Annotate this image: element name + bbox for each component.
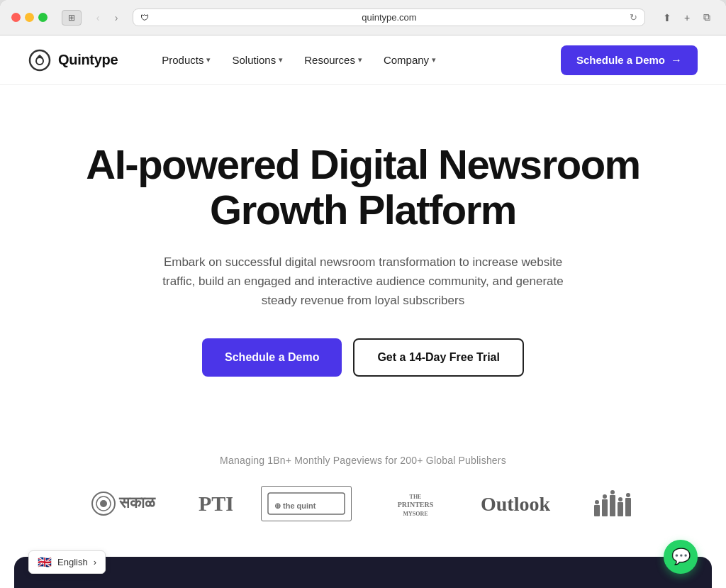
quint-logo-svg: ⊕ the quint xyxy=(267,489,345,518)
logo-link[interactable]: Quintype xyxy=(28,49,118,72)
hero-free-trial-button[interactable]: Get a 14-Day Free Trial xyxy=(353,338,524,377)
nav-links: Products ▾ Solutions ▾ Resources ▾ Compa… xyxy=(153,48,561,72)
new-tab-button[interactable]: + xyxy=(679,10,695,26)
chevron-down-icon: ▾ xyxy=(432,55,436,65)
chevron-down-icon: ▾ xyxy=(279,55,283,65)
svg-point-1 xyxy=(37,58,43,64)
page-content: Quintype Products ▾ Solutions ▾ Resource… xyxy=(0,35,726,588)
svg-point-21 xyxy=(618,497,622,501)
svg-text:MYSORE: MYSORE xyxy=(403,511,428,517)
sakal-logo: सकाळ xyxy=(91,489,169,518)
social-proof-section: Managing 1Bn+ Monthly Pageviews for 200+… xyxy=(0,419,726,543)
outlook-logo-svg: Outlook xyxy=(479,489,564,518)
chevron-right-icon: › xyxy=(94,557,96,567)
security-icon: 🛡 xyxy=(140,13,149,23)
navbar: Quintype Products ▾ Solutions ▾ Resource… xyxy=(0,35,726,85)
reload-icon[interactable]: ↻ xyxy=(630,12,637,23)
share-button[interactable]: ⬆ xyxy=(659,10,675,26)
nav-products-label: Products xyxy=(162,54,203,66)
svg-point-22 xyxy=(626,493,630,497)
chevron-down-icon: ▾ xyxy=(358,55,362,65)
hero-buttons: Schedule a Demo Get a 14-Day Free Trial xyxy=(72,338,654,377)
nav-item-resources[interactable]: Resources ▾ xyxy=(296,48,371,72)
svg-rect-15 xyxy=(610,495,615,516)
svg-point-4 xyxy=(100,500,107,507)
svg-text:THE: THE xyxy=(410,494,422,500)
svg-text:⊕ the quint: ⊕ the quint xyxy=(274,501,316,510)
logo-text: Quintype xyxy=(58,52,118,68)
language-selector[interactable]: 🇬🇧 English › xyxy=(28,550,106,574)
whatsapp-icon: 💬 xyxy=(671,548,691,566)
printers-logo-svg: THE PRINTERS MYSORE xyxy=(380,489,451,518)
nav-arrows: ‹ › xyxy=(90,10,124,26)
nav-item-solutions[interactable]: Solutions ▾ xyxy=(223,48,291,72)
svg-rect-16 xyxy=(618,502,623,516)
pti-logo-svg: PTI xyxy=(197,489,233,518)
hero-schedule-demo-button[interactable]: Schedule a Demo xyxy=(202,338,342,377)
hero-subtitle: Embark on successful digital newsroom tr… xyxy=(150,253,576,311)
svg-rect-14 xyxy=(602,499,608,516)
chart-publisher-logo xyxy=(593,489,635,518)
nav-item-company[interactable]: Company ▾ xyxy=(375,48,445,72)
quintype-logo-icon xyxy=(28,49,51,72)
back-button[interactable]: ‹ xyxy=(90,10,106,26)
hero-title-line2: Growth Platform xyxy=(210,187,516,233)
svg-point-18 xyxy=(595,500,599,504)
chevron-down-icon: ▾ xyxy=(206,55,211,65)
sakal-logo-svg: सकाळ xyxy=(91,489,169,518)
arrow-right-icon: → xyxy=(671,54,682,67)
svg-point-19 xyxy=(603,494,607,499)
social-proof-text: Managing 1Bn+ Monthly Pageviews for 200+… xyxy=(28,455,698,466)
sidebar-toggle-button[interactable]: ⊞ xyxy=(62,10,82,26)
flag-icon: 🇬🇧 xyxy=(38,555,52,569)
svg-text:PTI: PTI xyxy=(199,492,233,515)
hero-section: AI-powered Digital Newsroom Growth Platf… xyxy=(44,85,682,419)
traffic-lights xyxy=(11,13,48,22)
printers-mysore-logo: THE PRINTERS MYSORE xyxy=(380,489,451,518)
svg-text:PRINTERS: PRINTERS xyxy=(398,501,434,509)
minimize-button[interactable] xyxy=(25,13,34,22)
pti-logo: PTI xyxy=(197,489,233,518)
svg-rect-13 xyxy=(594,505,600,516)
browser-controls: ⊞ xyxy=(62,10,82,26)
browser-window: ⊞ ‹ › 🛡 ↻ ⬆ + ⧉ Quintype xyxy=(0,0,726,588)
title-bar: ⊞ ‹ › 🛡 ↻ ⬆ + ⧉ xyxy=(0,0,726,35)
address-bar-container: 🛡 ↻ xyxy=(133,9,645,26)
chart-logo-svg xyxy=(593,489,635,518)
nav-resources-label: Resources xyxy=(304,54,355,66)
close-button[interactable] xyxy=(11,13,21,22)
dark-section: 00+ Publishers Trust Quintype xyxy=(14,557,712,588)
forward-button[interactable]: › xyxy=(108,10,124,26)
nav-schedule-demo-button[interactable]: Schedule a Demo → xyxy=(561,45,698,75)
whatsapp-button[interactable]: 💬 xyxy=(664,540,698,574)
outlook-logo: Outlook xyxy=(479,489,564,518)
svg-rect-17 xyxy=(625,498,631,516)
hero-title-line1: AI-powered Digital Newsroom xyxy=(86,141,640,187)
browser-actions: ⬆ + ⧉ xyxy=(659,10,715,26)
svg-text:Outlook: Outlook xyxy=(481,493,550,515)
nav-solutions-label: Solutions xyxy=(232,54,276,66)
address-bar[interactable] xyxy=(153,12,625,23)
svg-text:सकाळ: सकाळ xyxy=(118,494,156,511)
quint-logo: ⊕ the quint xyxy=(261,486,352,521)
nav-cta-label: Schedule a Demo xyxy=(576,54,665,66)
maximize-button[interactable] xyxy=(38,13,48,22)
tabs-button[interactable]: ⧉ xyxy=(699,10,715,26)
nav-item-products[interactable]: Products ▾ xyxy=(153,48,219,72)
nav-company-label: Company xyxy=(384,54,429,66)
svg-point-20 xyxy=(610,490,615,494)
hero-title: AI-powered Digital Newsroom Growth Platf… xyxy=(72,142,654,233)
language-label: English xyxy=(57,557,88,567)
publisher-logos-row: सकाळ PTI ⊕ the quint xyxy=(28,486,698,521)
